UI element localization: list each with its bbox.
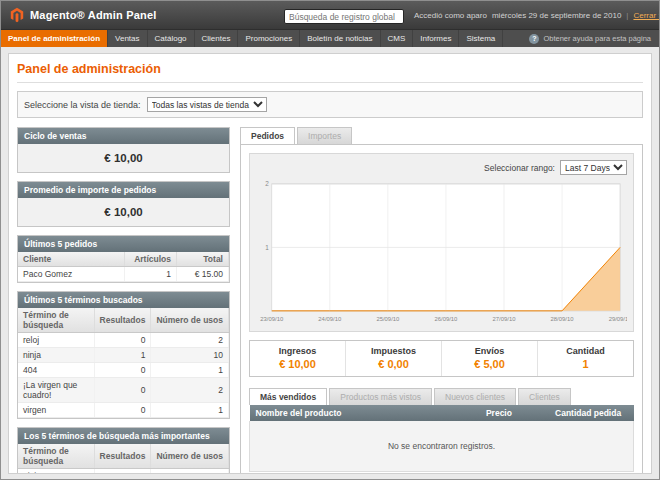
store-switcher: Seleccione la vista de tienda: Todas las… — [17, 91, 643, 118]
session-info: Accedió como aparo miércoles 29 de septi… — [414, 11, 660, 20]
current-date: miércoles 29 de septiembre de 2010 — [492, 11, 621, 20]
table-row[interactable]: Paco Gomez1€ 15.00 — [18, 267, 229, 282]
chart-tabs: PedidosImportes — [240, 127, 643, 144]
total-value: € 10,00 — [250, 358, 345, 370]
separator: | — [626, 11, 628, 20]
column-header: Resultados — [94, 308, 151, 333]
logged-in-as: Accedió como aparo — [414, 11, 487, 20]
table-row[interactable]: ninja110 — [18, 469, 229, 475]
dashboard-columns: Ciclo de ventas € 10,00 Promedio de impo… — [17, 127, 643, 474]
panel-title: Promedio de importe de pedidos — [18, 182, 229, 198]
nav-item-sistema[interactable]: Sistema — [459, 30, 503, 47]
column-header: Cliente — [18, 252, 125, 267]
right-column: PedidosImportes Seleccionar rango: Last … — [240, 127, 643, 474]
svg-text:29/09/10: 29/09/10 — [609, 316, 627, 322]
table-row[interactable]: ¡La virgen que cuadro!02 — [18, 378, 229, 403]
main-nav: Panel de administraciónVentasCatálogoCli… — [1, 30, 659, 47]
total-label: Envíos — [442, 346, 537, 356]
total-ingresos: Ingresos€ 10,00 — [250, 341, 346, 376]
column-header: Término de búsqueda — [18, 308, 94, 333]
range-label: Seleccionar rango: — [484, 163, 555, 173]
orders-chart: 1223/09/1024/09/1025/09/1026/09/1027/09/… — [256, 179, 627, 325]
lifetime-sales-panel: Ciclo de ventas € 10,00 — [17, 127, 230, 173]
range-selector: Seleccionar rango: Last 7 Days — [256, 160, 627, 175]
store-view-label: Seleccione la vista de tienda: — [24, 100, 141, 110]
store-view-select[interactable]: Todas las vistas de tienda — [147, 97, 267, 112]
tab-nuevos-clientes[interactable]: Nuevos clientes — [434, 388, 516, 405]
panel-title: Ciclo de ventas — [18, 128, 229, 144]
logout-link[interactable]: Cerrar Sesión — [633, 11, 660, 20]
empty-message: No se encontraron registros. — [250, 421, 634, 472]
tab-importes[interactable]: Importes — [297, 127, 352, 144]
svg-text:27/09/10: 27/09/10 — [493, 316, 517, 322]
total-value: € 0,00 — [346, 358, 441, 370]
last-orders-panel: Últimos 5 pedidos ClienteArtículosTotalP… — [17, 235, 230, 283]
column-header: Artículos — [125, 252, 177, 267]
dashboard-panel: Seleccionar rango: Last 7 Days 1223/09/1… — [240, 144, 643, 474]
tab-m-s-vendidos[interactable]: Más vendidos — [249, 388, 327, 405]
magento-admin-window: Magento® Admin Panel Accedió como aparo … — [1, 1, 659, 474]
svg-text:2: 2 — [265, 180, 269, 187]
nav-item-cat-logo[interactable]: Catálogo — [148, 30, 195, 47]
column-header: Nombre del producto — [250, 405, 480, 421]
column-header: Total — [177, 252, 229, 267]
svg-text:23/09/10: 23/09/10 — [260, 316, 284, 322]
tab-pedidos[interactable]: Pedidos — [240, 127, 295, 144]
total-cantidad: Cantidad1 — [538, 341, 633, 376]
tab-clientes[interactable]: Clientes — [518, 388, 571, 405]
svg-text:26/09/10: 26/09/10 — [434, 316, 458, 322]
table-row[interactable]: 40401 — [18, 363, 229, 378]
last-search-terms-panel: Últimos 5 términos buscados Término de b… — [17, 291, 230, 419]
column-header: Número de usos — [151, 444, 229, 469]
column-header: Término de búsqueda — [18, 444, 94, 469]
nav-item-cms[interactable]: CMS — [381, 30, 414, 47]
panel-title: Los 5 términos de búsqueda más important… — [18, 428, 229, 444]
table-row[interactable]: virgen01 — [18, 403, 229, 418]
total-value: 1 — [538, 358, 633, 370]
nav-items: Panel de administraciónVentasCatálogoCli… — [1, 30, 503, 47]
help-label: Obtener ayuda para esta página — [543, 34, 651, 43]
column-header: Cantidad pedida — [549, 405, 633, 421]
column-header: Número de usos — [151, 308, 229, 333]
tab-productos-m-s-vistos[interactable]: Productos más vistos — [329, 388, 432, 405]
table-row[interactable]: reloj02 — [18, 333, 229, 348]
magento-logo-icon — [9, 7, 25, 23]
svg-text:24/09/10: 24/09/10 — [318, 316, 342, 322]
panel-title: Últimos 5 pedidos — [18, 236, 229, 252]
nav-item-promociones[interactable]: Promociones — [238, 30, 300, 47]
panel-title: Últimos 5 términos buscados — [18, 292, 229, 308]
total-env-os: Envíos€ 5,00 — [442, 341, 538, 376]
svg-text:1: 1 — [265, 244, 269, 251]
column-header: Precio — [480, 405, 549, 421]
global-search — [284, 6, 404, 25]
bestsellers-table: Nombre del productoPrecioCantidad pedida… — [249, 405, 634, 472]
svg-text:28/09/10: 28/09/10 — [551, 316, 575, 322]
left-column: Ciclo de ventas € 10,00 Promedio de impo… — [17, 127, 230, 474]
content-area: Panel de administración Seleccione la vi… — [8, 53, 652, 474]
total-label: Ingresos — [250, 346, 345, 356]
nav-item-ventas[interactable]: Ventas — [108, 30, 147, 47]
table-row[interactable]: ninja110 — [18, 348, 229, 363]
report-tabs: Más vendidosProductos más vistosNuevos c… — [249, 388, 634, 405]
nav-item-clientes[interactable]: Clientes — [195, 30, 239, 47]
lifetime-sales-value: € 10,00 — [18, 144, 229, 172]
nav-item-panel-de-administraci-n[interactable]: Panel de administración — [1, 30, 108, 47]
total-impuestos: Impuestos€ 0,00 — [346, 341, 442, 376]
last-orders-table: ClienteArtículosTotalPaco Gomez1€ 15.00 — [18, 252, 229, 282]
nav-item-informes[interactable]: Informes — [413, 30, 459, 47]
top-search-terms-panel: Los 5 términos de búsqueda más important… — [17, 427, 230, 474]
chart-panel: Seleccionar rango: Last 7 Days 1223/09/1… — [249, 153, 634, 332]
empty-row: No se encontraron registros. — [250, 421, 634, 472]
global-search-input[interactable] — [284, 9, 404, 24]
help-icon: ? — [529, 34, 539, 44]
brand: Magento® Admin Panel — [9, 7, 274, 23]
total-label: Cantidad — [538, 346, 633, 356]
nav-item-bolet-n-de-noticias[interactable]: Boletín de noticias — [300, 30, 380, 47]
help-link[interactable]: ? Obtener ayuda para esta página — [521, 30, 659, 47]
range-select[interactable]: Last 7 Days — [560, 160, 627, 175]
last-search-terms-table: Término de búsquedaResultadosNúmero de u… — [18, 308, 229, 418]
total-value: € 5,00 — [442, 358, 537, 370]
average-orders-panel: Promedio de importe de pedidos € 10,00 — [17, 181, 230, 227]
svg-text:25/09/10: 25/09/10 — [376, 316, 400, 322]
column-header: Resultados — [94, 444, 151, 469]
